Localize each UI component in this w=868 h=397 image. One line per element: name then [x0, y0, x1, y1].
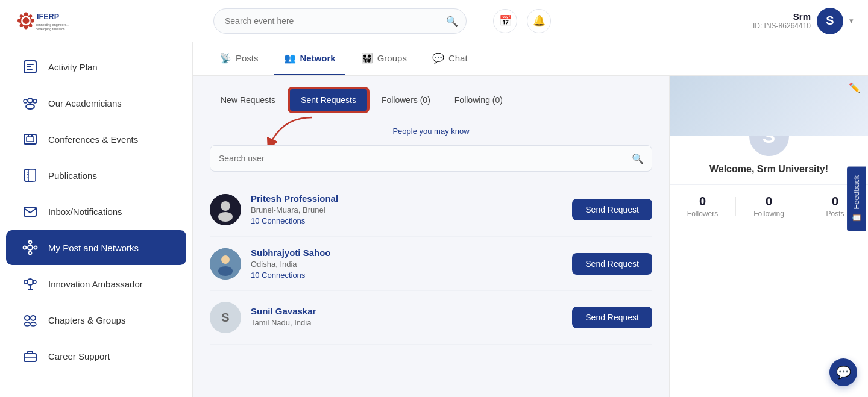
user-avatar-sunil: S — [210, 302, 241, 333]
sidebar-label-chapters: Chapters & Groups — [48, 315, 125, 325]
search-icon: 🔍 — [446, 15, 458, 27]
tab-network[interactable]: 👥 Network — [274, 42, 345, 75]
send-request-button-pritesh[interactable]: Send Request — [572, 199, 652, 220]
svg-point-33 — [29, 252, 32, 255]
innovation-icon — [20, 274, 40, 293]
svg-rect-21 — [24, 134, 36, 144]
sidebar-item-my-post-networks[interactable]: My Post and Networks — [6, 230, 186, 265]
sidebar-item-publications[interactable]: Publications — [6, 158, 186, 193]
tab-groups-label: Groups — [377, 53, 407, 63]
sidebar-item-activity-plan[interactable]: Activity Plan — [6, 49, 186, 84]
svg-rect-16 — [27, 69, 33, 70]
user-info-pritesh: Pritesh Professional Brunei-Muara, Brune… — [251, 193, 562, 225]
my-post-networks-icon — [20, 238, 40, 257]
feedback-icon: 📋 — [852, 213, 861, 222]
user-name: Srm — [753, 11, 811, 22]
tab-posts[interactable]: 📡 Posts — [210, 42, 268, 75]
logo: IFERP connecting engineers... developing… — [14, 6, 81, 36]
user-card-location-pritesh: Brunei-Muara, Brunei — [251, 205, 562, 214]
chevron-down-icon[interactable]: ▾ — [849, 16, 854, 25]
search-user-wrap[interactable]: 🔍 — [210, 145, 652, 172]
user-card-sunil: S Sunil Gavaskar Tamil Nadu, India Send … — [210, 291, 652, 345]
svg-point-53 — [221, 201, 230, 211]
search-user-icon: 🔍 — [632, 153, 644, 164]
user-avatar[interactable]: S — [817, 8, 843, 34]
search-bar[interactable]: 🔍 — [213, 8, 467, 34]
chat-bubble-icon: 💬 — [836, 365, 851, 380]
search-user-input[interactable] — [210, 145, 652, 172]
svg-point-45 — [25, 316, 30, 320]
svg-point-56 — [221, 255, 230, 264]
header-icons: 📅 🔔 — [493, 9, 551, 33]
svg-text:connecting engineers...: connecting engineers... — [36, 23, 69, 27]
svg-text:developing research: developing research — [36, 27, 64, 31]
sidebar-item-conferences[interactable]: Conferences & Events — [6, 122, 186, 157]
notification-button[interactable]: 🔔 — [527, 9, 551, 33]
sidebar-item-innovation[interactable]: Innovation Ambassador — [6, 266, 186, 301]
svg-rect-29 — [28, 169, 36, 181]
svg-point-34 — [24, 246, 27, 249]
sidebar-item-career[interactable]: Career Support — [6, 339, 186, 374]
chat-tab-icon: 💬 — [432, 52, 444, 64]
sidebar-label-conferences: Conferences & Events — [48, 134, 138, 145]
user-avatar-subhrajyoti — [210, 248, 241, 280]
tab-chat[interactable]: 💬 Chat — [423, 42, 477, 75]
groups-tab-icon: 👨‍👩‍👧‍👦 — [361, 52, 373, 64]
svg-rect-22 — [27, 137, 34, 142]
user-card-pritesh: Pritesh Professional Brunei-Muara, Brune… — [210, 183, 652, 237]
sub-tab-sent-requests[interactable]: Sent Requests — [289, 88, 368, 112]
profile-welcome: Welcome, Srm University! — [670, 164, 868, 184]
calendar-button[interactable]: 📅 — [493, 9, 517, 33]
tab-posts-label: Posts — [236, 53, 259, 63]
send-request-button-subhrajyoti[interactable]: Send Request — [572, 253, 652, 275]
chapters-icon — [20, 310, 40, 330]
sub-tab-following[interactable]: Following (0) — [444, 89, 514, 111]
svg-point-54 — [218, 212, 233, 222]
svg-text:IFERP: IFERP — [37, 13, 59, 21]
sidebar-item-inbox[interactable]: Inbox/Notifications — [6, 194, 186, 229]
svg-point-7 — [29, 14, 32, 17]
user-card-name-subhrajyoti[interactable]: Subhrajyoti Sahoo — [251, 248, 562, 258]
sidebar-label-inbox: Inbox/Notifications — [48, 207, 122, 217]
user-card-name-pritesh[interactable]: Pritesh Professional — [251, 193, 562, 204]
career-icon — [20, 346, 40, 366]
svg-point-47 — [24, 322, 30, 326]
svg-point-35 — [34, 246, 37, 249]
sidebar-item-chapters[interactable]: Chapters & Groups — [6, 302, 186, 337]
tab-chat-label: Chat — [448, 53, 468, 63]
header: IFERP connecting engineers... developing… — [0, 0, 868, 42]
svg-point-4 — [17, 19, 21, 22]
activity-plan-icon — [20, 57, 40, 77]
tab-groups[interactable]: 👨‍👩‍👧‍👦 Groups — [351, 42, 417, 75]
svg-point-8 — [20, 23, 23, 27]
user-card-name-sunil[interactable]: Sunil Gavaskar — [251, 306, 562, 316]
svg-point-2 — [24, 13, 28, 16]
chat-bubble-button[interactable]: 💬 — [829, 358, 857, 386]
profile-edit-icon[interactable]: ✏️ — [849, 82, 861, 93]
network-area: New Requests Sent Requests Followers (0)… — [193, 76, 868, 397]
feedback-tab[interactable]: 📋 Feedback — [847, 166, 866, 231]
send-request-button-sunil[interactable]: Send Request — [572, 307, 652, 328]
following-label: Following — [736, 210, 802, 218]
followers-label: Followers — [670, 210, 735, 218]
sub-tab-new-requests[interactable]: New Requests — [210, 89, 286, 111]
conferences-icon — [20, 130, 40, 149]
profile-stat-followers: 0 Followers — [670, 195, 735, 218]
calendar-icon: 📅 — [499, 14, 512, 27]
sub-tab-followers[interactable]: Followers (0) — [371, 89, 441, 111]
profile-banner: ✏️ — [670, 76, 868, 136]
sidebar-label-my-post: My Post and Networks — [48, 243, 139, 253]
svg-rect-15 — [27, 66, 31, 67]
followers-value: 0 — [670, 195, 735, 208]
sidebar-item-academicians[interactable]: Our Academicians — [6, 86, 186, 120]
svg-rect-30 — [24, 207, 36, 216]
search-input[interactable] — [213, 8, 467, 34]
svg-point-3 — [24, 25, 28, 29]
svg-point-48 — [30, 322, 36, 326]
svg-point-32 — [29, 241, 32, 244]
body-wrap: Activity Plan Our Academicians — [0, 42, 868, 397]
bell-icon: 🔔 — [533, 14, 546, 27]
feedback-label: Feedback — [852, 175, 861, 209]
svg-point-31 — [28, 245, 33, 250]
following-value: 0 — [736, 195, 802, 208]
